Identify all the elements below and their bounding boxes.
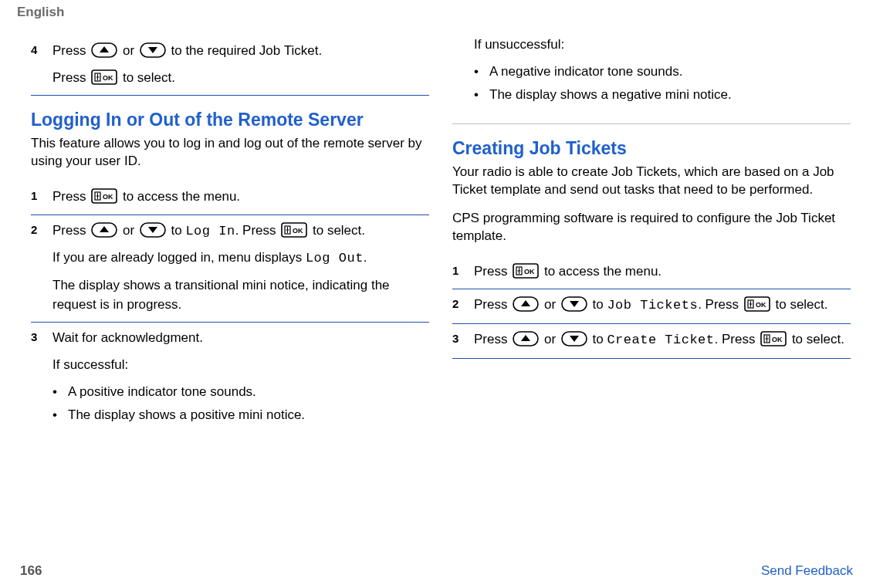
text: The display shows a positive mini notice… [68,406,305,425]
text: Press [52,189,90,204]
step-divider [452,358,851,359]
intro-text: CPS programming software is required to … [452,210,851,245]
content-columns: 4 Press or to the required Job Ticket. P… [0,20,873,438]
step-number: 3 [452,330,474,350]
menu-code: Job Tickets [607,298,698,313]
step-3-login: 3 Wait for acknowledgment. If successful… [31,323,429,438]
page-number: 166 [20,563,42,579]
ok-button-icon [513,263,539,279]
text: . Press [235,223,280,238]
text: If successful: [52,356,429,375]
bullet-icon: • [474,86,489,105]
text: or [123,43,138,58]
text: The display shows a transitional mini no… [52,276,429,314]
down-arrow-button-icon [561,331,587,346]
text: The display shows a negative mini notice… [489,86,732,105]
step-content: Press to access the menu. [474,262,851,282]
step-content: Press to access the menu. [52,188,429,207]
menu-code: Create Ticket [607,333,714,347]
left-column: 4 Press or to the required Job Ticket. P… [31,35,429,438]
step-number: 2 [31,221,52,315]
list-item: •A negative indicator tone sounds. [474,63,851,82]
ok-button-icon [91,69,117,85]
step-content: Press or to Log In. Press to select. If … [52,221,429,315]
text: . [364,250,367,265]
bullet-icon: • [52,383,68,402]
step-number: 4 [31,42,52,87]
text: If unsuccessful: [474,35,851,55]
step-content: If unsuccessful: •A negative indicator t… [474,35,851,110]
text: If you are already logged in, menu displ… [52,250,306,265]
text: or [123,223,138,238]
text: Press [474,297,511,312]
send-feedback-link[interactable]: Send Feedback [761,563,853,579]
text: A negative indicator tone sounds. [489,63,682,82]
text: to select. [775,297,827,312]
ok-button-icon [281,222,307,238]
text: to [593,332,607,346]
menu-code: Log Out [306,251,364,265]
section-divider-gray [452,123,851,124]
text: A positive indicator tone sounds. [68,383,256,402]
step-2-create: 2 Press or to Job Tickets. Press to sele… [452,289,851,323]
menu-code: Log In [185,224,235,238]
bullet-list: •A negative indicator tone sounds. •The … [474,63,851,105]
text: to the required Job Ticket. [171,43,323,58]
section-divider [31,95,429,96]
intro-text: Your radio is able to create Job Tickets… [452,164,851,199]
step-2-login: 2 Press or to Log In. Press to select. I… [31,215,429,323]
down-arrow-button-icon [140,42,166,58]
text: Press [52,223,90,238]
heading-logging-in-out: Logging In or Out of the Remote Server [31,110,429,130]
step-number: 3 [31,329,52,430]
text: Wait for acknowledgment. [52,329,429,348]
list-item: •The display shows a negative mini notic… [474,86,851,105]
up-arrow-button-icon [513,331,539,346]
bullet-list: •A positive indicator tone sounds. •The … [52,383,429,425]
text: . Press [698,297,743,312]
heading-creating-job-tickets: Creating Job Tickets [452,138,851,159]
step-number: 2 [452,296,474,316]
down-arrow-button-icon [140,222,166,238]
step-content: Wait for acknowledgment. If successful: … [52,329,429,430]
step-content: Press or to Create Ticket. Press to sele… [474,330,851,350]
text: Press [52,43,90,58]
ok-button-icon [91,188,117,204]
step-number: 1 [452,262,474,282]
bullet-icon: • [474,63,489,82]
text: to [593,297,607,312]
text: or [544,297,560,312]
text: to access the menu. [544,264,662,279]
text: . Press [715,332,760,346]
text: Press [474,332,511,346]
intro-text: This feature allows you to log in and lo… [31,135,429,171]
page-footer: 166 Send Feedback [0,563,873,579]
up-arrow-button-icon [513,296,539,312]
text: to access the menu. [123,189,240,204]
text: Press [474,264,511,279]
up-arrow-button-icon [91,42,117,58]
bullet-icon: • [52,406,68,425]
list-item: •The display shows a positive mini notic… [52,406,429,425]
step-number: 1 [31,188,52,207]
step-number-empty [452,35,474,110]
step-content: Press or to Job Tickets. Press to select… [474,296,851,316]
step-1-login: 1 Press to access the menu. [31,181,429,215]
up-arrow-button-icon [91,222,117,238]
step-3-continued: If unsuccessful: •A negative indicator t… [452,35,851,117]
step-content: Press or to the required Job Ticket. Pre… [52,42,429,87]
text: or [544,332,560,346]
text: to [171,223,186,238]
step-1-create: 1 Press to access the menu. [452,256,851,289]
page-language-header: English [0,0,873,20]
text: to select. [123,70,175,85]
list-item: •A positive indicator tone sounds. [52,383,429,402]
step-4: 4 Press or to the required Job Ticket. P… [31,35,429,95]
ok-button-icon [744,296,770,312]
text: Press [52,70,90,85]
down-arrow-button-icon [561,296,587,312]
text: to select. [792,332,844,346]
step-3-create: 3 Press or to Create Ticket. Press to se… [452,324,851,358]
right-column: If unsuccessful: •A negative indicator t… [452,35,851,438]
text: to select. [313,223,365,238]
